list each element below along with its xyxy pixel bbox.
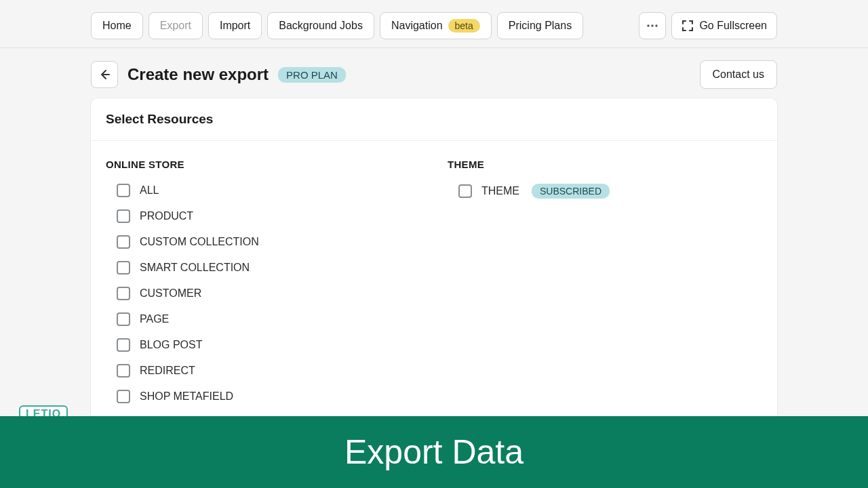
list-item: BLOG POST: [117, 338, 420, 352]
top-nav: Home Export Import Background Jobs Navig…: [0, 0, 868, 48]
list-item: THEME SUBSCRIBED: [458, 184, 762, 199]
checkbox-label: REDIRECT: [140, 365, 195, 377]
fullscreen-label: Go Fullscreen: [699, 20, 767, 32]
checkbox-label: SMART COLLECTION: [140, 262, 250, 274]
theme-list: THEME SUBSCRIBED: [448, 184, 762, 199]
checkbox-smart-collection[interactable]: [117, 261, 130, 274]
nav-background-jobs[interactable]: Background Jobs: [267, 12, 374, 39]
bottom-banner: Export Data: [0, 416, 868, 488]
checkbox-label: PAGE: [140, 313, 169, 325]
checkbox-customer[interactable]: [117, 287, 130, 300]
page-title: Create new export: [127, 65, 269, 84]
svg-point-1: [652, 24, 654, 26]
checkbox-page[interactable]: [117, 312, 130, 326]
checkbox-blog-post[interactable]: [117, 338, 130, 352]
nav-import[interactable]: Import: [208, 12, 262, 39]
checkbox-label: PRODUCT: [140, 210, 193, 222]
list-item: REDIRECT: [117, 364, 420, 378]
more-button[interactable]: [639, 12, 666, 39]
svg-point-2: [656, 24, 658, 26]
ellipsis-icon: [646, 19, 659, 33]
subscribed-badge: SUBSCRIBED: [532, 184, 610, 199]
checkbox-product[interactable]: [117, 209, 130, 223]
list-item: PAGE: [117, 312, 420, 326]
list-item: CUSTOM COLLECTION: [117, 235, 420, 249]
nav-export[interactable]: Export: [149, 12, 203, 39]
online-store-column: ONLINE STORE ALL PRODUCT CUSTOM COLLECTI…: [106, 159, 420, 415]
nav-home[interactable]: Home: [91, 12, 143, 39]
list-item: SHOP METAFIELD: [117, 390, 420, 403]
checkbox-label: CUSTOM COLLECTION: [140, 236, 259, 248]
resources-card: Select Resources ONLINE STORE ALL PRODUC…: [91, 98, 777, 422]
checkbox-label: THEME: [481, 185, 519, 197]
checkbox-theme[interactable]: [458, 184, 472, 198]
checkbox-label: SHOP METAFIELD: [140, 390, 233, 403]
checkbox-custom-collection[interactable]: [117, 235, 130, 249]
list-item: ALL: [117, 184, 420, 197]
svg-point-0: [648, 24, 650, 26]
contact-button[interactable]: Contact us: [700, 60, 777, 89]
plan-badge: PRO PLAN: [278, 67, 346, 83]
theme-column: THEME THEME SUBSCRIBED: [448, 159, 762, 415]
checkbox-all[interactable]: [117, 184, 130, 197]
page-header: Create new export PRO PLAN Contact us: [0, 48, 868, 98]
online-store-list: ALL PRODUCT CUSTOM COLLECTION SMART COLL…: [106, 184, 420, 403]
checkbox-label: BLOG POST: [140, 339, 202, 351]
fullscreen-button[interactable]: Go Fullscreen: [671, 12, 777, 39]
checkbox-label: CUSTOMER: [140, 287, 201, 300]
checkbox-shop-metafield[interactable]: [117, 390, 130, 403]
theme-heading: THEME: [448, 159, 762, 170]
nav-navigation[interactable]: Navigation beta: [380, 12, 492, 39]
online-store-heading: ONLINE STORE: [106, 159, 420, 170]
checkbox-redirect[interactable]: [117, 364, 130, 378]
list-item: PRODUCT: [117, 209, 420, 223]
nav-navigation-label: Navigation: [391, 20, 443, 32]
fullscreen-icon: [682, 20, 694, 32]
nav-pricing[interactable]: Pricing Plans: [497, 12, 583, 39]
back-button[interactable]: [91, 61, 118, 88]
card-body: ONLINE STORE ALL PRODUCT CUSTOM COLLECTI…: [91, 141, 777, 422]
banner-text: Export Data: [344, 432, 524, 472]
checkbox-label: ALL: [140, 184, 159, 197]
list-item: SMART COLLECTION: [117, 261, 420, 274]
arrow-left-icon: [98, 68, 111, 81]
beta-badge: beta: [448, 19, 480, 33]
list-item: CUSTOMER: [117, 287, 420, 300]
card-title: Select Resources: [106, 112, 762, 127]
card-header: Select Resources: [91, 98, 777, 141]
